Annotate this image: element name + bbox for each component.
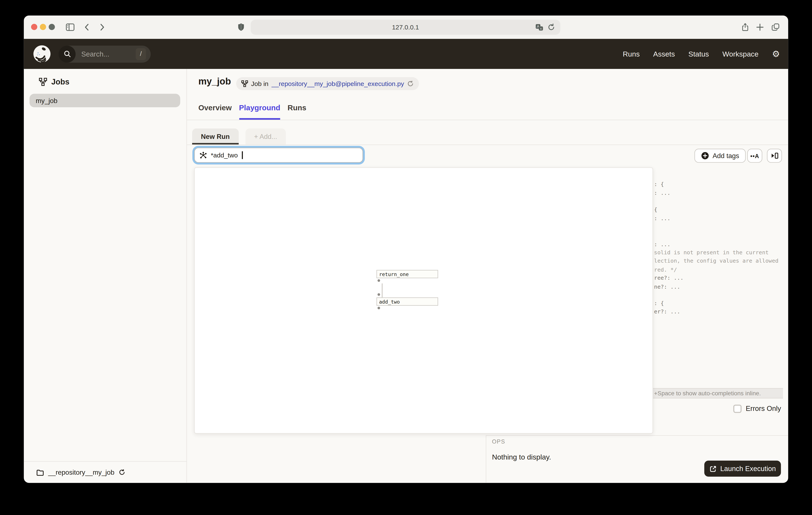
refresh-icon[interactable] bbox=[119, 469, 125, 476]
op-selector-value: *add_two bbox=[211, 152, 238, 159]
repository-name: __repository__my_job bbox=[48, 468, 115, 476]
new-tab-icon[interactable] bbox=[756, 23, 764, 31]
config-line[interactable]: ree?: ... bbox=[654, 275, 684, 281]
folder-icon bbox=[36, 469, 44, 476]
op-graph-canvas[interactable]: return_one add_two bbox=[194, 167, 653, 434]
jobs-section-header: Jobs bbox=[39, 77, 69, 86]
app-header: Search... / Runs Assets Status Workspace… bbox=[24, 39, 788, 69]
close-window-button[interactable] bbox=[31, 24, 37, 30]
minimize-window-button[interactable] bbox=[40, 24, 46, 30]
browser-window: 127.0.0.1 Ax bbox=[24, 16, 788, 483]
nav-runs[interactable]: Runs bbox=[623, 50, 640, 58]
back-icon[interactable] bbox=[83, 23, 91, 31]
config-comment-line[interactable]: lection, the config values are allowed bbox=[654, 258, 778, 264]
add-config-tab-button[interactable]: + Add... bbox=[245, 129, 286, 144]
preview-horizontal-divider bbox=[486, 435, 788, 436]
tab-overview-icon[interactable] bbox=[771, 23, 780, 32]
tab-runs[interactable]: Runs bbox=[288, 104, 307, 120]
repository-row[interactable]: __repository__my_job bbox=[24, 461, 187, 483]
header-nav: Runs Assets Status Workspace bbox=[623, 50, 759, 58]
input-dot[interactable] bbox=[377, 293, 380, 296]
config-line[interactable]: : ... bbox=[654, 190, 670, 196]
expand-panel-button[interactable] bbox=[767, 149, 782, 163]
nav-status[interactable]: Status bbox=[688, 50, 709, 58]
config-comment-line[interactable]: solid is not present in the current bbox=[654, 249, 768, 255]
share-icon[interactable] bbox=[741, 23, 749, 32]
config-line[interactable]: { bbox=[654, 206, 657, 213]
address-bar[interactable]: 127.0.0.1 Ax bbox=[251, 20, 560, 34]
autocomplete-hint-bar: +Space to show auto-completions inline. bbox=[653, 388, 783, 399]
config-line[interactable]: : ... bbox=[654, 215, 670, 221]
op-graph-icon bbox=[199, 151, 207, 159]
config-line[interactable]: : { bbox=[654, 181, 664, 187]
launch-execution-button[interactable]: Launch Execution bbox=[704, 461, 781, 477]
translate-icon[interactable]: Ax bbox=[535, 24, 543, 31]
search-placeholder: Search... bbox=[81, 50, 109, 58]
add-tags-button[interactable]: Add tags bbox=[695, 149, 746, 163]
preview-vertical-divider bbox=[486, 435, 486, 483]
nav-workspace[interactable]: Workspace bbox=[722, 50, 758, 58]
job-icon bbox=[241, 80, 248, 87]
tabs-divider bbox=[187, 120, 788, 120]
add-tags-label: Add tags bbox=[713, 152, 739, 160]
job-tabs: Overview Playground Runs bbox=[198, 104, 306, 120]
run-tabs-divider bbox=[187, 145, 788, 145]
screen: 127.0.0.1 Ax bbox=[0, 0, 812, 515]
edge-line bbox=[382, 283, 382, 297]
errors-only-label: Errors Only bbox=[746, 405, 781, 412]
config-line[interactable]: : { bbox=[654, 300, 664, 306]
errors-only-checkbox[interactable] bbox=[733, 405, 742, 413]
browser-toolbar: 127.0.0.1 Ax bbox=[24, 16, 788, 39]
sidebar-item-my-job[interactable]: my_job bbox=[29, 94, 180, 107]
tab-overview[interactable]: Overview bbox=[198, 104, 232, 120]
svg-text:x: x bbox=[540, 27, 542, 30]
search-shortcut-key: / bbox=[136, 48, 146, 60]
run-config-tabs: New Run + Add... bbox=[192, 129, 286, 144]
shield-icon[interactable] bbox=[237, 23, 245, 32]
sidebar-item-label: my_job bbox=[36, 97, 58, 104]
forward-icon[interactable] bbox=[98, 23, 106, 31]
launch-execution-label: Launch Execution bbox=[720, 465, 776, 472]
repository-link[interactable]: __repository__my_job@pipeline_execution.… bbox=[271, 80, 404, 87]
page-content: Jobs my_job __repository__my_job my bbox=[24, 69, 788, 483]
page-title: my_job bbox=[198, 76, 231, 87]
badge-prefix: Job in bbox=[251, 80, 268, 87]
config-comment-line[interactable]: red. */ bbox=[654, 266, 677, 272]
output-dot[interactable] bbox=[377, 306, 380, 309]
play-panel-icon bbox=[770, 152, 779, 160]
config-line[interactable]: : ... bbox=[654, 241, 670, 247]
reload-location-icon[interactable] bbox=[407, 80, 414, 87]
text-cursor bbox=[242, 151, 243, 159]
config-line[interactable]: ne?: ... bbox=[654, 283, 680, 290]
autocomplete-button[interactable]: ••A bbox=[747, 149, 762, 163]
url-text: 127.0.0.1 bbox=[392, 24, 419, 31]
job-icon bbox=[39, 77, 47, 86]
config-line[interactable]: er?: ... bbox=[654, 308, 680, 315]
dagster-logo[interactable] bbox=[33, 45, 51, 63]
ops-empty-message: Nothing to display. bbox=[492, 453, 551, 461]
tab-playground[interactable]: Playground bbox=[239, 104, 281, 120]
op-node-add-two[interactable]: add_two bbox=[377, 297, 438, 306]
op-selector-input[interactable]: *add_two bbox=[194, 147, 363, 163]
zoom-window-button[interactable] bbox=[49, 24, 55, 30]
search-icon bbox=[58, 45, 76, 62]
plus-circle-icon bbox=[701, 152, 709, 160]
gear-icon[interactable]: ⚙ bbox=[772, 50, 780, 58]
job-main: my_job Job in __repository__my_job@pipel… bbox=[187, 69, 788, 483]
nav-assets[interactable]: Assets bbox=[653, 50, 675, 58]
launch-icon bbox=[709, 465, 717, 472]
sidebar-toggle-icon[interactable] bbox=[66, 23, 75, 32]
op-node-return-one[interactable]: return_one bbox=[377, 270, 438, 278]
tab-new-run[interactable]: New Run bbox=[192, 129, 239, 144]
global-search[interactable]: Search... / bbox=[58, 45, 150, 62]
job-location-badge: Job in __repository__my_job@pipeline_exe… bbox=[236, 77, 419, 90]
reload-icon[interactable] bbox=[547, 23, 555, 31]
output-dot[interactable] bbox=[377, 279, 380, 281]
jobs-sidebar: Jobs my_job __repository__my_job bbox=[24, 69, 187, 483]
ops-section-header: OPS bbox=[492, 438, 505, 444]
jobs-section-title: Jobs bbox=[51, 77, 69, 86]
